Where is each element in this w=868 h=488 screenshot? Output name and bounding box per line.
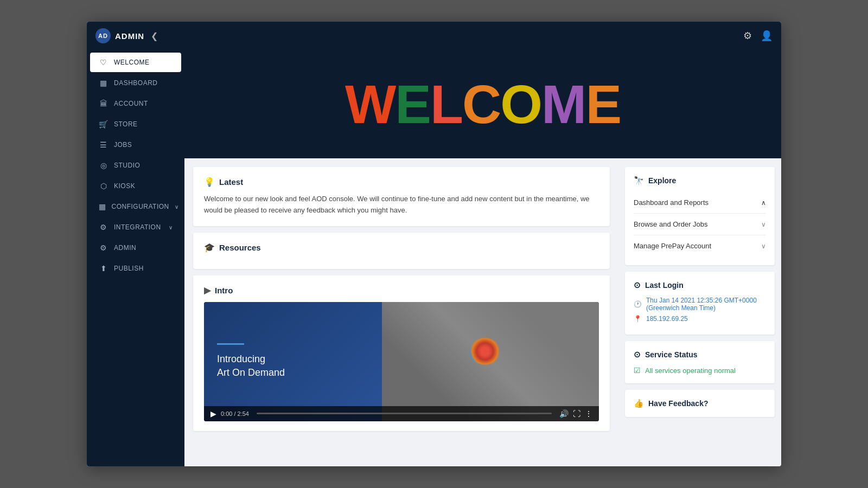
video-accent-line <box>217 343 244 345</box>
sidebar-publish-icon: ⬆ <box>99 264 108 273</box>
sidebar-store-label: STORE <box>114 120 138 128</box>
video-volume-icon[interactable]: 🔊 <box>559 409 569 418</box>
explore-card: 🔭 Explore Dashboard and Reports ∧ Browse… <box>625 167 775 265</box>
sidebar-kiosk-label: KIOSK <box>114 182 135 190</box>
explore-item-label-1: Browse and Order Jobs <box>634 220 708 228</box>
sidebar-account-icon: 🏛 <box>99 99 108 108</box>
service-status-text: All services operating normal <box>645 367 736 375</box>
sidebar-item-kiosk[interactable]: ⬡ KIOSK <box>90 176 181 196</box>
sidebar-item-account[interactable]: 🏛 ACCOUNT <box>90 94 181 113</box>
sidebar-welcome-icon: ♡ <box>99 58 108 67</box>
sidebar-item-dashboard[interactable]: ▦ DASHBOARD <box>90 73 181 93</box>
sidebar-kiosk-icon: ⬡ <box>99 182 108 190</box>
sidebar-item-studio[interactable]: ◎ STUDIO <box>90 156 181 175</box>
welcome-letter-L-2: L <box>430 77 462 131</box>
right-column: 🔭 Explore Dashboard and Reports ∧ Browse… <box>618 158 781 466</box>
video-time: 0:00 / 2:54 <box>221 410 249 417</box>
explore-title-text: Explore <box>648 176 676 185</box>
sidebar-item-jobs[interactable]: ☰ JOBS <box>90 135 181 155</box>
sidebar-configuration-label: CONFIGURATION <box>112 203 169 210</box>
last-login-card: ⊙ Last Login 🕐 Thu Jan 14 2021 12:35:26 … <box>625 272 775 335</box>
latest-body-text: Welcome to our new look and feel AOD con… <box>204 194 599 216</box>
sidebar-item-store[interactable]: 🛒 STORE <box>90 114 181 134</box>
sidebar-item-configuration[interactable]: ▦ CONFIGURATION ∨ <box>90 197 181 216</box>
sidebar-publish-label: PUBLISH <box>114 265 144 272</box>
sidebar-arrow-icon: ∨ <box>169 224 173 230</box>
service-status-title: ⊙ Service Status <box>634 350 766 359</box>
sidebar-dashboard-icon: ▦ <box>99 79 108 87</box>
intro-title: ▶ Intro <box>204 285 599 296</box>
resources-icon: 🎓 <box>204 242 215 253</box>
service-status-icon: ⊙ <box>634 350 641 359</box>
video-bg: Introducing Art On Demand <box>204 302 599 421</box>
location-icon: 📍 <box>634 315 642 323</box>
sidebar-item-admin[interactable]: ⚙ ADMIN <box>90 238 181 258</box>
service-status-ok: ☑ All services operating normal <box>634 366 766 375</box>
content-area: WELCOME 💡 Latest Welcome to our new look… <box>184 50 781 466</box>
intro-play-icon: ▶ <box>204 285 210 296</box>
sidebar-item-welcome[interactable]: ♡ WELCOME <box>90 53 181 72</box>
feedback-title-text: Have Feedback? <box>648 399 709 408</box>
feedback-icon: 👍 <box>634 399 644 408</box>
feedback-card[interactable]: 👍 Have Feedback? <box>625 390 775 417</box>
video-fullscreen-icon[interactable]: ⛶ <box>573 409 580 418</box>
app-window: AD ADMIN ❮ ⚙ 👤 ♡ WELCOME ▦ DASHBOARD 🏛 A… <box>87 22 781 466</box>
sidebar-studio-label: STUDIO <box>114 162 140 169</box>
user-icon[interactable]: 👤 <box>761 30 773 42</box>
video-left-panel: Introducing Art On Demand <box>204 302 382 421</box>
latest-body: Welcome to our new look and feel AOD con… <box>204 194 599 216</box>
sidebar-integration-label: INTEGRATION <box>114 223 161 231</box>
video-thumbnail <box>382 302 599 421</box>
sidebar-item-publish[interactable]: ⬆ PUBLISH <box>90 259 181 278</box>
welcome-letter-M-5: M <box>541 77 585 131</box>
service-status-card: ⊙ Service Status ☑ All services operatin… <box>625 341 775 383</box>
user-initials: AD <box>95 28 111 43</box>
resources-title-text: Resources <box>219 243 261 252</box>
explore-icon: 🔭 <box>634 176 644 185</box>
brand-label: ADMIN <box>115 31 144 41</box>
latest-title-text: Latest <box>219 177 243 187</box>
explore-item-chevron-2: ∨ <box>761 242 766 250</box>
sidebar-item-integration[interactable]: ⚙ INTEGRATION ∨ <box>90 217 181 237</box>
sidebar-welcome-label: WELCOME <box>114 59 150 66</box>
video-intro-text: Introducing Art On Demand <box>217 352 285 380</box>
feedback-title: 👍 Have Feedback? <box>634 399 766 408</box>
sidebar-store-icon: 🛒 <box>99 120 108 129</box>
explore-item-chevron-0: ∧ <box>761 199 766 207</box>
brand: AD ADMIN <box>95 28 144 43</box>
sidebar: ♡ WELCOME ▦ DASHBOARD 🏛 ACCOUNT 🛒 STORE … <box>87 50 184 466</box>
sidebar-configuration-icon: ▦ <box>99 202 106 211</box>
video-player[interactable]: Introducing Art On Demand ▶ 0 <box>204 302 599 421</box>
video-progress-bar[interactable] <box>257 413 552 414</box>
resources-card: 🎓 Resources <box>193 233 610 269</box>
video-menu-icon[interactable]: ⋮ <box>585 409 592 418</box>
explore-item-1[interactable]: Browse and Order Jobs ∨ <box>634 214 766 235</box>
main-layout: ♡ WELCOME ▦ DASHBOARD 🏛 ACCOUNT 🛒 STORE … <box>87 50 781 466</box>
explore-item-chevron-1: ∨ <box>761 221 766 228</box>
sidebar-jobs-label: JOBS <box>114 141 132 149</box>
main-column: 💡 Latest Welcome to our new look and fee… <box>184 158 618 466</box>
page-body: 💡 Latest Welcome to our new look and fee… <box>184 158 781 466</box>
sidebar-jobs-icon: ☰ <box>99 140 108 149</box>
last-login-datetime-row: 🕐 Thu Jan 14 2021 12:35:26 GMT+0000 (Gre… <box>634 297 766 312</box>
sidebar-account-label: ACCOUNT <box>114 100 148 107</box>
sidebar-dashboard-label: DASHBOARD <box>114 79 158 87</box>
last-login-datetime: Thu Jan 14 2021 12:35:26 GMT+0000 (Green… <box>646 297 766 312</box>
explore-item-label-2: Manage PrePay Account <box>634 242 711 250</box>
resources-title: 🎓 Resources <box>204 242 599 253</box>
collapse-button[interactable]: ❮ <box>151 31 158 41</box>
clock-icon: 🕐 <box>634 300 642 308</box>
welcome-letter-C-3: C <box>462 77 500 131</box>
topbar: AD ADMIN ❮ ⚙ 👤 <box>87 22 781 50</box>
explore-item-2[interactable]: Manage PrePay Account ∨ <box>634 235 766 256</box>
video-play-button[interactable]: ▶ <box>210 409 216 418</box>
welcome-letter-W-0: W <box>345 77 395 131</box>
welcome-letter-O-4: O <box>500 77 541 131</box>
video-right-panel <box>382 302 599 421</box>
last-login-icon: ⊙ <box>634 280 641 290</box>
settings-icon[interactable]: ⚙ <box>743 30 752 42</box>
topbar-right: ⚙ 👤 <box>743 30 773 42</box>
last-login-ip: 185.192.69.25 <box>646 315 688 323</box>
explore-item-0[interactable]: Dashboard and Reports ∧ <box>634 192 766 214</box>
intro-card: ▶ Intro Introducing Art On Demand <box>193 275 610 431</box>
